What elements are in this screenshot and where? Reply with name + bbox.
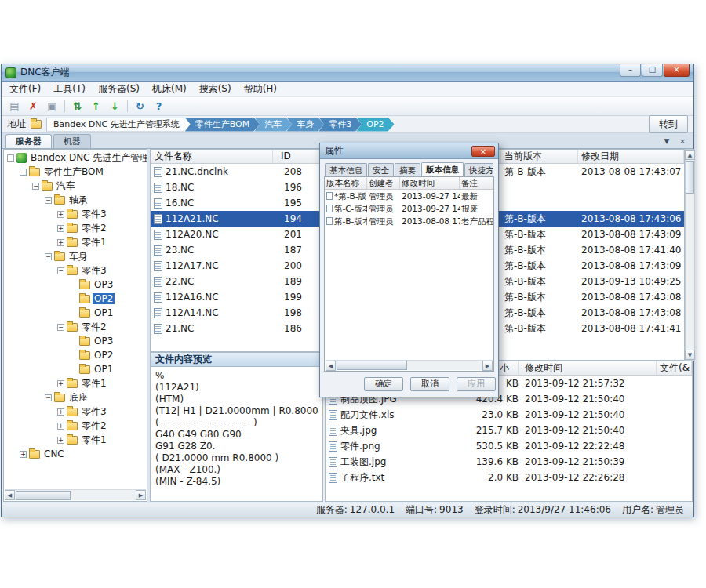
expand-toggle-icon[interactable]: − xyxy=(57,324,64,331)
file-row[interactable]: 16.NC195 xyxy=(151,195,322,211)
tree-item[interactable]: −Bandex DNC 先进生产管理系统 xyxy=(4,151,147,165)
breadcrumb-item[interactable]: 车身 xyxy=(286,118,324,132)
dialog-column-header[interactable]: 备注 xyxy=(460,177,493,189)
menu-item[interactable]: 文件(F) xyxy=(3,81,47,97)
tree-item[interactable]: OP2 xyxy=(4,292,147,306)
tree-item[interactable]: −零件3 xyxy=(4,263,147,278)
attachment-row[interactable]: 子程序.txt2.0 KB2013-09-12 22:26:28 xyxy=(326,470,692,485)
expand-toggle-icon[interactable]: + xyxy=(57,225,64,232)
expand-toggle-icon[interactable]: − xyxy=(45,253,52,260)
file-row[interactable]: 112A17.NC200 xyxy=(151,258,322,274)
dialog-version-row[interactable]: 第-C-版本管理员2013-09-27 14:...报废 xyxy=(325,202,493,215)
file-row[interactable]: 21.NC.dnclnk208 xyxy=(151,164,322,180)
cancel-button[interactable]: 取消 xyxy=(410,377,449,391)
refresh-icon[interactable]: ↻ xyxy=(133,100,147,114)
expand-toggle-icon[interactable]: + xyxy=(57,239,64,246)
menu-item[interactable]: 搜索(S) xyxy=(193,81,238,97)
expand-toggle-icon[interactable]: − xyxy=(20,169,27,176)
tree-item[interactable]: +零件3 xyxy=(4,405,147,419)
file-row[interactable]: 18.NC196 xyxy=(151,180,322,195)
tab-dropdown-icon[interactable]: ▼ xyxy=(662,137,671,145)
tree-hscroll-thumb[interactable] xyxy=(16,491,71,500)
breadcrumb-item[interactable]: OP2 xyxy=(356,118,394,132)
expand-toggle-icon[interactable]: + xyxy=(20,451,27,458)
attachment-row[interactable]: 夹具.jpg215.7 KB2013-09-12 21:50:40 xyxy=(326,423,692,438)
scroll-right-icon[interactable]: ▶ xyxy=(136,490,146,500)
file-row[interactable]: 112A21.NC194 xyxy=(151,211,322,227)
download-icon[interactable]: ↓ xyxy=(108,100,122,114)
title-bar[interactable]: DNC客户端 – □ × xyxy=(2,64,693,82)
tree-item[interactable]: −汽车 xyxy=(4,179,147,193)
dialog-tab[interactable]: 安全 xyxy=(368,163,394,176)
tree-item[interactable]: −车身 xyxy=(4,249,147,263)
dialog-tab[interactable]: 版本信息 xyxy=(421,162,464,176)
view-tab[interactable]: 服务器 xyxy=(5,134,52,148)
attachment-row[interactable]: 零件.png530.5 KB2013-09-12 22:22:48 xyxy=(326,438,692,454)
dialog-column-header[interactable]: 版本名称 xyxy=(325,177,367,189)
tree-item[interactable]: +零件1 xyxy=(4,235,147,249)
tree-item[interactable]: +零件1 xyxy=(4,433,147,447)
dialog-version-row[interactable]: 第-B-版本管理员2013-08-08 17:...老产品程序 xyxy=(325,215,493,227)
column-header-current-version[interactable]: 当前版本 xyxy=(501,150,578,163)
file-row[interactable]: 21.NC186 xyxy=(151,321,322,336)
file-row[interactable]: 112A20.NC201 xyxy=(151,227,322,242)
scroll-left-icon[interactable]: ◀ xyxy=(5,490,15,500)
tree-item[interactable]: OP3 xyxy=(4,278,147,292)
dialog-scroll-left-icon[interactable]: ◀ xyxy=(326,361,336,371)
column-header-file[interactable]: 文件(& xyxy=(657,361,692,375)
ok-button[interactable]: 确定 xyxy=(364,377,403,391)
tree-item[interactable]: −零件生产BOM xyxy=(4,165,147,179)
tree-item[interactable]: +零件2 xyxy=(4,419,147,433)
dialog-hscroll-thumb[interactable] xyxy=(337,361,407,370)
breadcrumb-item[interactable]: 零件生产BOM xyxy=(185,118,260,132)
expand-toggle-icon[interactable]: − xyxy=(7,154,14,162)
tree-item[interactable]: +CNC xyxy=(4,447,147,461)
dialog-column-header[interactable]: 修改时间 xyxy=(400,177,460,189)
version-scroll-thumb[interactable] xyxy=(686,161,694,194)
copy-icon[interactable]: ▣ xyxy=(45,100,59,114)
tree-item[interactable]: −轴承 xyxy=(4,193,147,207)
dialog-scroll-right-icon[interactable]: ▶ xyxy=(482,361,493,371)
close-button[interactable]: × xyxy=(664,64,690,77)
dialog-tab[interactable]: 快捷方式 xyxy=(464,163,493,176)
expand-toggle-icon[interactable]: + xyxy=(57,380,64,387)
tree-item[interactable]: OP2 xyxy=(4,348,147,362)
delete-icon[interactable]: ✗ xyxy=(27,100,40,114)
expand-toggle-icon[interactable]: + xyxy=(57,423,64,430)
dialog-close-button[interactable]: × xyxy=(471,146,495,157)
expand-toggle-icon[interactable]: + xyxy=(57,211,64,218)
file-row[interactable]: 112A16.NC199 xyxy=(151,289,322,305)
tree-item[interactable]: +零件2 xyxy=(4,221,147,235)
upload-icon[interactable]: ↑ xyxy=(89,100,103,114)
maximize-button[interactable]: □ xyxy=(642,64,663,77)
column-header-modified-date[interactable]: 修改日期 xyxy=(578,150,684,163)
tree-item[interactable]: −底座 xyxy=(4,390,147,405)
dialog-hscrollbar[interactable]: ◀ ▶ xyxy=(326,360,493,370)
menu-item[interactable]: 机床(M) xyxy=(146,81,193,97)
expand-toggle-icon[interactable]: + xyxy=(57,437,64,444)
expand-toggle-icon[interactable]: − xyxy=(32,183,39,190)
dialog-tab[interactable]: 摘要 xyxy=(395,163,420,176)
scroll-up-icon[interactable]: ▲ xyxy=(685,150,695,160)
file-row[interactable]: 112A14.NC198 xyxy=(151,305,322,321)
version-scrollbar[interactable]: ▲ ▼ xyxy=(685,149,695,361)
breadcrumb-item[interactable]: Bandex DNC 先进生产管理系统 xyxy=(46,118,191,132)
tree-item[interactable]: +零件1 xyxy=(4,376,147,390)
file-row[interactable]: 23.NC187 xyxy=(151,242,322,258)
tree-item[interactable]: OP3 xyxy=(4,334,147,348)
tree-hscrollbar[interactable]: ◀ ▶ xyxy=(5,489,146,500)
tab-close-icon[interactable]: × xyxy=(678,137,687,145)
tree-item[interactable]: OP1 xyxy=(4,362,147,376)
tree-item[interactable]: +零件3 xyxy=(4,207,147,221)
column-header-id[interactable]: ID xyxy=(273,150,322,163)
view-tab[interactable]: 机器 xyxy=(53,134,91,148)
file-row[interactable]: 22.NC189 xyxy=(151,274,322,289)
menu-item[interactable]: 帮助(H) xyxy=(238,81,283,97)
tree-item[interactable]: OP1 xyxy=(4,306,147,320)
expand-toggle-icon[interactable]: − xyxy=(57,267,64,274)
minimize-button[interactable]: – xyxy=(620,64,641,77)
expand-toggle-icon[interactable]: + xyxy=(57,408,64,416)
menu-item[interactable]: 工具(T) xyxy=(47,81,92,97)
dialog-tab[interactable]: 基本信息 xyxy=(325,163,367,176)
breadcrumb-item[interactable]: 汽车 xyxy=(254,118,292,132)
